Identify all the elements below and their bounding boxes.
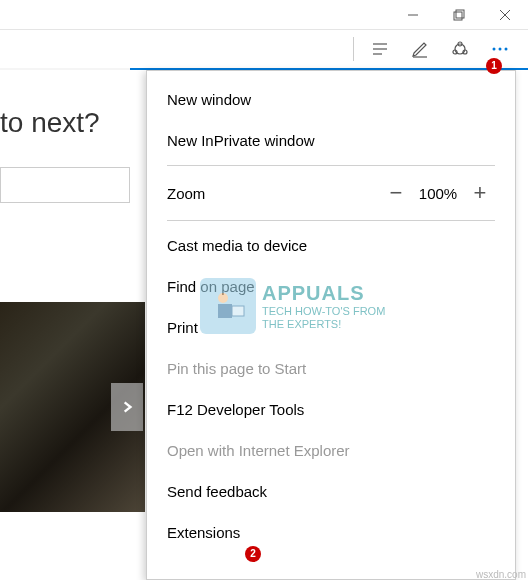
settings-menu: New window New InPrivate window Zoom − 1… [146, 70, 516, 580]
menu-separator [167, 165, 495, 166]
menu-separator [167, 220, 495, 221]
svg-rect-1 [454, 12, 462, 20]
source-footer: wsxdn.com [476, 569, 526, 580]
menu-print[interactable]: Print [147, 307, 515, 348]
content-thumbnail[interactable] [0, 302, 145, 512]
menu-new-window[interactable]: New window [147, 79, 515, 120]
zoom-in-button[interactable]: + [465, 180, 495, 206]
svg-point-14 [499, 48, 502, 51]
svg-rect-2 [456, 10, 464, 18]
zoom-out-button[interactable]: − [381, 180, 411, 206]
menu-dev-tools[interactable]: F12 Developer Tools [147, 389, 515, 430]
minimize-button[interactable] [390, 0, 436, 30]
menu-extensions[interactable]: Extensions [147, 512, 515, 553]
browser-toolbar [0, 30, 528, 70]
annotation-badge-1: 1 [486, 58, 502, 74]
menu-zoom-row: Zoom − 100% + [147, 170, 515, 216]
window-titlebar [0, 0, 528, 30]
menu-feedback[interactable]: Send feedback [147, 471, 515, 512]
reading-view-icon[interactable] [360, 31, 400, 67]
share-icon[interactable] [440, 31, 480, 67]
next-arrow-button[interactable] [111, 383, 143, 431]
web-note-icon[interactable] [400, 31, 440, 67]
maximize-button[interactable] [436, 0, 482, 30]
menu-open-ie: Open with Internet Explorer [147, 430, 515, 471]
zoom-label: Zoom [167, 185, 381, 202]
menu-find[interactable]: Find on page [147, 266, 515, 307]
svg-point-15 [505, 48, 508, 51]
search-input[interactable] [0, 167, 130, 203]
menu-cast[interactable]: Cast media to device [147, 225, 515, 266]
zoom-value: 100% [411, 185, 465, 202]
annotation-badge-2: 2 [245, 546, 261, 562]
separator [353, 37, 354, 61]
svg-point-13 [493, 48, 496, 51]
menu-pin-start: Pin this page to Start [147, 348, 515, 389]
close-button[interactable] [482, 0, 528, 30]
menu-new-inprivate[interactable]: New InPrivate window [147, 120, 515, 161]
